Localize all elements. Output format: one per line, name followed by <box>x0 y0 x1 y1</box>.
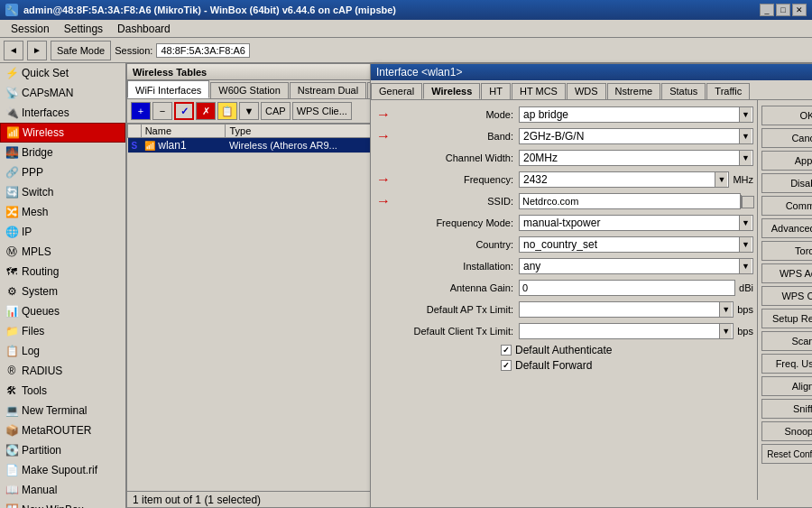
dialog-tab-wireless[interactable]: Wireless <box>423 83 480 99</box>
close-button[interactable]: ✕ <box>792 4 807 16</box>
sidebar-item-system[interactable]: ⚙ System <box>0 282 125 301</box>
sidebar-item-radius[interactable]: ® RADIUS <box>0 361 125 381</box>
maximize-button[interactable]: □ <box>776 4 790 16</box>
default-ap-tx-select[interactable]: ▼ <box>519 301 734 318</box>
installation-arrow[interactable]: ▼ <box>739 259 752 273</box>
channel-width-arrow[interactable]: ▼ <box>739 151 752 165</box>
remove-button[interactable]: − <box>152 102 172 120</box>
sidebar-item-routing[interactable]: 🗺 Routing <box>0 262 125 282</box>
frequency-select-arrow[interactable]: ▼ <box>715 172 727 187</box>
sidebar-item-manual[interactable]: 📖 Manual <box>0 480 125 500</box>
tab-nstream-dual[interactable]: Nstream Dual <box>290 82 366 98</box>
snooper-button[interactable]: Snooper... <box>761 421 812 441</box>
advanced-mode-button[interactable]: Advanced Mode <box>761 218 812 238</box>
antenna-gain-input[interactable] <box>519 280 735 296</box>
sidebar-item-mesh[interactable]: 🔀 Mesh <box>0 202 125 222</box>
disable-button[interactable]: Disable <box>761 173 812 193</box>
sidebar-item-new-winbox[interactable]: 🪟 New WinBox <box>0 500 125 508</box>
disable-button[interactable]: ✗ <box>196 102 216 120</box>
sidebar-item-mpls[interactable]: Ⓜ MPLS <box>0 242 125 262</box>
menu-dashboard[interactable]: Dashboard <box>110 21 178 37</box>
sniff-button[interactable]: Sniff... <box>761 399 812 419</box>
align-button[interactable]: Align... <box>761 376 812 396</box>
setup-repeater-button[interactable]: Setup Repeater <box>761 309 812 328</box>
freq-usage-button[interactable]: Freq. Usage... <box>761 354 812 374</box>
sidebar-item-bridge[interactable]: 🌉 Bridge <box>0 143 125 162</box>
ssid-scroll-thumb[interactable] <box>742 196 754 208</box>
mode-select-arrow[interactable]: ▼ <box>739 107 752 122</box>
filter-button[interactable]: ▼ <box>239 102 259 120</box>
sidebar-item-tools[interactable]: 🛠 Tools <box>0 381 125 401</box>
default-ap-tx-arrow[interactable]: ▼ <box>719 302 732 317</box>
dialog-tab-ht-mcs[interactable]: HT MCS <box>512 83 566 99</box>
sidebar-item-log[interactable]: 📋 Log <box>0 341 125 361</box>
sidebar-item-ppp[interactable]: 🔗 PPP <box>0 162 125 182</box>
sidebar-item-make-supout[interactable]: 📄 Make Supout.rif <box>0 460 125 480</box>
back-button[interactable]: ◄ <box>4 41 23 60</box>
frequency-mode-arrow[interactable]: ▼ <box>739 216 752 230</box>
default-authenticate-row: ✓ Default Authenticate <box>501 344 753 356</box>
tab-wifi-interfaces[interactable]: WiFi Interfaces <box>127 80 209 98</box>
band-select-arrow[interactable]: ▼ <box>739 129 752 143</box>
cancel-button[interactable]: Cancel <box>761 128 812 148</box>
channel-width-select[interactable]: 20MHz ▼ <box>519 150 753 166</box>
ssid-input[interactable] <box>519 193 741 209</box>
default-authenticate-checkbox[interactable]: ✓ <box>501 345 512 356</box>
mode-select[interactable]: ap bridge ▼ <box>519 106 753 123</box>
sidebar-item-wireless[interactable]: 📶 Wireless <box>0 123 125 143</box>
menu-settings[interactable]: Settings <box>57 21 110 37</box>
band-select[interactable]: 2GHz-B/G/N ▼ <box>519 128 753 144</box>
ip-icon: 🌐 <box>5 226 18 238</box>
mesh-icon: 🔀 <box>5 206 18 218</box>
add-button[interactable]: + <box>131 102 151 120</box>
wifi-row-icon: 📶 <box>144 141 155 151</box>
frequency-mode-select[interactable]: manual-txpower ▼ <box>519 215 753 231</box>
enable-button[interactable]: ✓ <box>174 102 194 120</box>
country-select[interactable]: no_country_set ▼ <box>519 236 753 253</box>
sidebar-item-quick-set[interactable]: ⚡ Quick Set <box>0 63 125 83</box>
dialog-tab-nstreme[interactable]: Nstreme <box>607 83 661 99</box>
tab-w60g-station[interactable]: W60G Station <box>210 82 288 98</box>
copy-button[interactable]: 📋 <box>217 102 237 120</box>
sidebar-item-ip[interactable]: 🌐 IP <box>0 222 125 242</box>
installation-value: any <box>521 259 739 273</box>
sidebar-item-switch[interactable]: 🔄 Switch <box>0 182 125 202</box>
minimize-button[interactable]: _ <box>760 4 774 16</box>
country-arrow[interactable]: ▼ <box>739 237 752 252</box>
reset-configuration-button[interactable]: Reset Configuration <box>761 444 812 464</box>
sidebar-item-meta-router[interactable]: 📦 MetaROUTER <box>0 420 125 440</box>
dialog-tab-general[interactable]: General <box>371 83 422 99</box>
menu-session[interactable]: Session <box>4 21 57 37</box>
safe-mode-button[interactable]: Safe Mode <box>51 41 111 60</box>
sidebar-item-capsman[interactable]: 📡 CAPsMAN <box>0 83 125 103</box>
dialog-tab-traffic[interactable]: Traffic <box>706 83 750 99</box>
dialog-tab-status[interactable]: Status <box>661 83 706 99</box>
sidebar-item-new-terminal[interactable]: 💻 New Terminal <box>0 401 125 420</box>
col-name: Name <box>141 125 226 138</box>
sidebar-item-interfaces[interactable]: 🔌 Interfaces <box>0 103 125 123</box>
forward-button[interactable]: ► <box>27 41 47 60</box>
default-forward-checkbox[interactable]: ✓ <box>501 360 512 371</box>
dialog-tab-wds[interactable]: WDS <box>567 83 606 99</box>
sidebar-item-queues[interactable]: 📊 Queues <box>0 301 125 321</box>
comment-button[interactable]: Comment <box>761 196 812 216</box>
wps-client-button[interactable]: WPS Client <box>761 286 812 306</box>
ok-button[interactable]: OK <box>761 106 812 125</box>
frequency-select[interactable]: 2432 ▼ <box>519 171 729 188</box>
apply-button[interactable]: Apply <box>761 151 812 171</box>
cap-button[interactable]: CAP <box>261 102 291 120</box>
scan-button[interactable]: Scan... <box>761 331 812 351</box>
sidebar-item-files[interactable]: 📁 Files <box>0 321 125 341</box>
wps-accept-button[interactable]: WPS Accept <box>761 263 812 283</box>
new-winbox-icon: 🪟 <box>5 503 18 508</box>
default-client-tx-select[interactable]: ▼ <box>519 323 734 339</box>
dialog-tab-ht[interactable]: HT <box>481 83 511 99</box>
default-forward-row: ✓ Default Forward <box>501 359 753 372</box>
wps-client-button[interactable]: WPS Clie... <box>292 102 352 120</box>
torch-button[interactable]: Torch <box>761 241 812 261</box>
installation-select[interactable]: any ▼ <box>519 258 753 274</box>
dialog-side-buttons: OK Cancel Apply Disable Comment Advanced… <box>757 100 812 500</box>
sidebar-item-partition[interactable]: 💽 Partition <box>0 440 125 460</box>
ssid-scrollbar[interactable] <box>741 195 753 208</box>
default-client-tx-arrow[interactable]: ▼ <box>719 324 732 338</box>
